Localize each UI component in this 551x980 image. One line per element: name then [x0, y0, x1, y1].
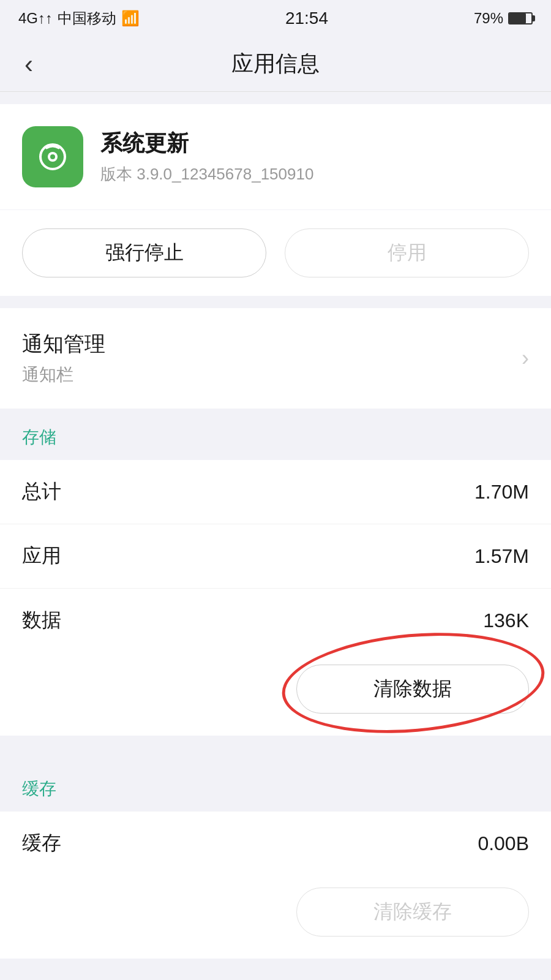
cache-section: 缓存 0.00B — [0, 812, 551, 875]
app-info-section: 系统更新 版本 3.9.0_12345678_150910 — [0, 104, 551, 209]
battery-icon — [508, 12, 533, 24]
storage-value-app: 1.57M — [474, 545, 529, 568]
back-button[interactable]: ‹ — [18, 43, 39, 85]
nav-bar: ‹ 应用信息 — [0, 37, 551, 92]
notification-section[interactable]: 通知管理 通知栏 › — [0, 308, 551, 409]
storage-row-app: 应用 1.57M — [0, 524, 551, 589]
app-name: 系统更新 — [100, 129, 313, 159]
disable-button[interactable]: 停用 — [285, 228, 529, 277]
status-left: 4G↑↑ 中国移动 📶 — [18, 9, 140, 28]
carrier-label: 中国移动 — [58, 9, 116, 28]
page-title: 应用信息 — [231, 49, 320, 79]
notification-subtitle: 通知栏 — [22, 363, 105, 386]
app-version: 版本 3.9.0_12345678_150910 — [100, 164, 313, 185]
clear-data-container: 清除数据 — [0, 652, 551, 736]
cache-row: 缓存 0.00B — [0, 812, 551, 875]
action-buttons: 强行停止 停用 — [0, 210, 551, 296]
status-bar: 4G↑↑ 中国移动 📶 21:54 79% — [0, 0, 551, 37]
chevron-right-icon: › — [522, 345, 529, 371]
clear-cache-button[interactable]: 清除缓存 — [296, 888, 529, 937]
storage-value-total: 1.70M — [474, 481, 529, 503]
storage-row-data: 数据 136K — [0, 589, 551, 652]
clear-cache-container: 清除缓存 — [0, 875, 551, 959]
app-icon-svg — [34, 138, 71, 175]
status-right: 79% — [474, 10, 533, 27]
status-time: 21:54 — [285, 9, 328, 28]
storage-value-data: 136K — [483, 609, 529, 632]
app-icon — [22, 126, 83, 187]
notification-title: 通知管理 — [22, 330, 105, 358]
app-info-text: 系统更新 版本 3.9.0_12345678_150910 — [100, 129, 313, 185]
battery-percent: 79% — [474, 10, 503, 27]
storage-label-app: 应用 — [22, 543, 61, 570]
svg-point-2 — [50, 154, 55, 159]
cache-value: 0.00B — [478, 832, 529, 855]
force-stop-button[interactable]: 强行停止 — [22, 228, 266, 277]
cache-section-header: 缓存 — [0, 760, 551, 807]
storage-section: 总计 1.70M 应用 1.57M 数据 136K — [0, 460, 551, 652]
wifi-icon: 📶 — [121, 10, 140, 27]
notification-info: 通知管理 通知栏 — [22, 330, 105, 386]
storage-label-data: 数据 — [22, 607, 61, 634]
signal-icon: 4G↑↑ — [18, 10, 53, 27]
storage-section-header: 存储 — [0, 409, 551, 455]
spacer-1 — [0, 736, 551, 760]
storage-label-total: 总计 — [22, 478, 61, 505]
cache-label: 缓存 — [22, 830, 61, 857]
clear-data-button[interactable]: 清除数据 — [296, 665, 529, 714]
storage-row-total: 总计 1.70M — [0, 460, 551, 524]
